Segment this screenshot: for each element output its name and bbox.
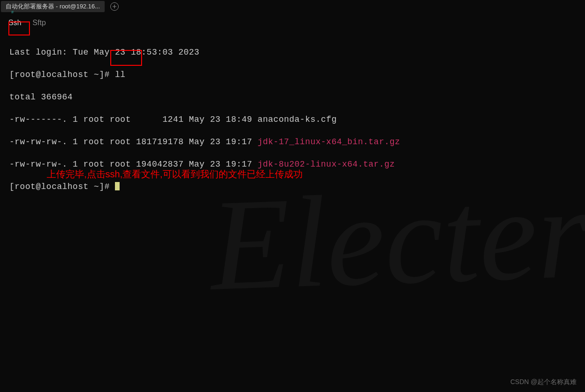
add-tab-button[interactable] <box>110 2 119 11</box>
csdn-watermark: CSDN @起个名称真难 <box>510 378 577 386</box>
terminal-area[interactable]: Last login: Tue May 23 18:53:03 2023 [ro… <box>0 31 585 208</box>
protocol-tabs: Ssh Sftp <box>0 13 585 31</box>
file-meta: -rw-rw-rw-. 1 root root 181719178 May 23… <box>9 137 257 147</box>
shell-prompt: [root@localhost ~]# <box>9 70 115 79</box>
terminal-cursor <box>115 182 120 190</box>
session-tab[interactable]: 自动化部署服务器 - root@192.16... <box>1 1 105 12</box>
command-text: ll <box>115 70 126 79</box>
shell-prompt: [root@localhost ~]# <box>9 182 115 191</box>
file-meta: -rw-rw-rw-. 1 root root 194042837 May 23… <box>9 160 257 169</box>
file-name: anaconda-ks.cfg <box>257 115 337 124</box>
file-name-archive: jdk-8u202-linux-x64.tar.gz <box>257 160 395 169</box>
total-line: total 366964 <box>9 91 576 103</box>
last-login-line: Last login: Tue May 23 18:53:03 2023 <box>9 47 576 58</box>
tab-ssh[interactable]: Ssh <box>8 19 21 28</box>
file-name-archive: jdk-17_linux-x64_bin.tar.gz <box>257 137 400 147</box>
plus-icon <box>112 4 117 9</box>
prompt-line-1: [root@localhost ~]# ll <box>9 69 576 80</box>
annotation-text: 上传完毕,点击ssh,查看文件,可以看到我们的文件已经上传成功 <box>47 168 303 181</box>
tab-sftp[interactable]: Sftp <box>33 19 46 28</box>
prompt-line-2: [root@localhost ~]# <box>9 181 576 192</box>
file-meta: -rw-------. 1 root root 1241 May 23 18:4… <box>9 115 257 124</box>
file-row-2: -rw-rw-rw-. 1 root root 181719178 May 23… <box>9 136 576 147</box>
file-row-1: -rw-------. 1 root root 1241 May 23 18:4… <box>9 114 576 125</box>
tiny-hash: # <box>11 10 14 15</box>
tab-bar: 自动化部署服务器 - root@192.16... <box>0 0 585 13</box>
